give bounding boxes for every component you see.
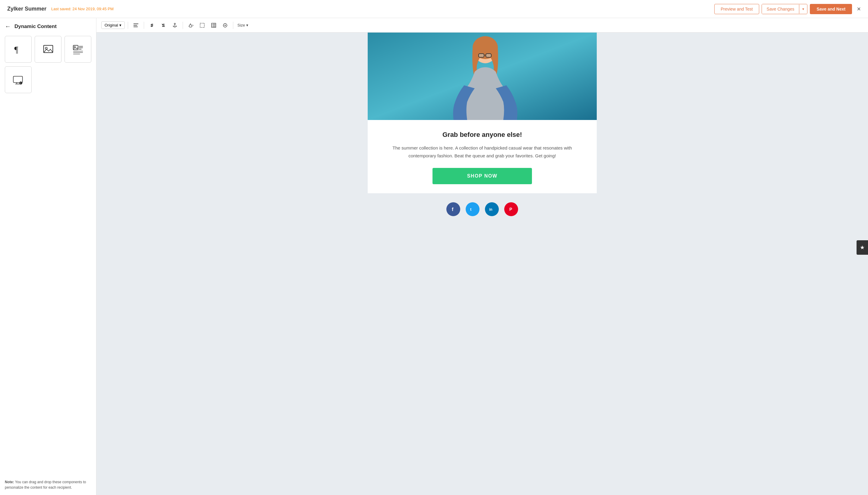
last-saved-text: Last saved: 24 Nov 2019, 09:45 PM (51, 7, 114, 11)
fill-icon[interactable] (186, 21, 196, 30)
save-changes-dropdown[interactable]: ▾ (799, 4, 807, 14)
pinterest-icon[interactable]: P (504, 202, 518, 216)
linkedin-icon[interactable]: in (485, 202, 499, 216)
app-title: Zylker Summer (7, 6, 47, 12)
save-changes-group: Save Changes ▾ (762, 4, 808, 14)
email-image-block[interactable] (368, 33, 597, 120)
email-canvas: Grab before anyone else! The summer coll… (368, 33, 597, 193)
toolbar-divider-3 (183, 22, 183, 29)
view-label: Original (105, 23, 118, 28)
table-icon[interactable] (209, 21, 219, 30)
email-hero-image (368, 33, 597, 120)
view-selector[interactable]: Original ▾ (101, 21, 125, 29)
component-grid-row2 (5, 66, 91, 93)
sidebar-title: Dynamic Content (15, 23, 57, 30)
toolbar-divider-2 (144, 22, 144, 29)
sidebar-note: Note: You can drag and drop these compon… (5, 479, 91, 490)
component-card-image-text[interactable] (65, 36, 91, 63)
svg-rect-41 (479, 54, 484, 57)
email-body-text: The summer collection is here. A collect… (392, 144, 573, 159)
component-card-text[interactable]: ¶ (5, 36, 32, 63)
select-icon[interactable] (197, 21, 207, 30)
link-icon[interactable] (147, 21, 157, 30)
svg-point-37 (227, 25, 227, 25)
header-left: Zylker Summer Last saved: 24 Nov 2019, 0… (7, 6, 114, 12)
unlink-icon[interactable] (158, 21, 168, 30)
svg-rect-16 (134, 23, 138, 24)
svg-point-35 (225, 27, 225, 28)
component-grid-row1: ¶ (5, 36, 91, 63)
size-label: Size (238, 23, 245, 28)
editor-area[interactable]: Grab before anyone else! The summer coll… (97, 33, 868, 495)
toolbar-divider-1 (128, 22, 128, 29)
svg-text:in: in (489, 207, 492, 211)
twitter-icon[interactable]: t (466, 202, 480, 216)
shop-now-button[interactable]: SHOP NOW (433, 168, 532, 184)
svg-rect-26 (200, 23, 204, 28)
sidebar-note-bold: Note: (5, 480, 14, 484)
svg-point-33 (225, 25, 226, 26)
sidebar: ← Dynamic Content ¶ (0, 18, 97, 495)
svg-rect-17 (134, 25, 137, 25)
close-button[interactable]: × (857, 5, 861, 13)
email-text-block: Grab before anyone else! The summer coll… (368, 120, 597, 193)
favorites-star-button[interactable]: ★ (856, 240, 868, 255)
svg-text:P: P (509, 207, 512, 211)
social-row: f t in P (446, 193, 518, 223)
svg-rect-42 (486, 54, 491, 57)
svg-point-36 (223, 25, 224, 25)
component-card-image[interactable] (35, 36, 62, 63)
email-heading: Grab before anyone else! (392, 131, 573, 139)
sidebar-note-text: You can drag and drop these components t… (5, 480, 86, 490)
svg-text:f: f (452, 207, 454, 212)
svg-text:¶: ¶ (14, 45, 18, 54)
svg-point-2 (45, 47, 47, 49)
svg-point-34 (225, 23, 225, 24)
component-card-dynamic[interactable] (5, 66, 32, 93)
sidebar-header: ← Dynamic Content (5, 23, 91, 30)
header: Zylker Summer Last saved: 24 Nov 2019, 0… (0, 0, 868, 18)
svg-rect-27 (212, 23, 216, 28)
svg-line-25 (193, 25, 193, 26)
save-changes-button[interactable]: Save Changes (762, 4, 799, 14)
anchor-icon[interactable] (170, 21, 180, 30)
svg-rect-18 (134, 27, 138, 27)
save-next-button[interactable]: Save and Next (810, 4, 852, 14)
preview-test-button[interactable]: Preview and Test (714, 4, 759, 14)
align-icon[interactable] (131, 21, 141, 30)
svg-text:t: t (470, 207, 472, 211)
view-chevron-icon: ▾ (119, 23, 121, 28)
svg-rect-1 (44, 45, 52, 52)
back-button[interactable]: ← (5, 23, 11, 30)
main-layout: ← Dynamic Content ¶ (0, 18, 868, 495)
editor-panel: Original ▾ (97, 18, 868, 495)
facebook-icon[interactable]: f (446, 202, 460, 216)
size-chevron-icon: ▾ (246, 23, 248, 28)
svg-point-21 (174, 23, 175, 24)
size-selector[interactable]: Size ▾ (238, 23, 248, 28)
svg-rect-11 (13, 76, 22, 83)
header-right: Preview and Test Save Changes ▾ Save and… (714, 4, 861, 14)
toolbar: Original ▾ (97, 18, 868, 33)
effects-icon[interactable] (220, 21, 230, 30)
